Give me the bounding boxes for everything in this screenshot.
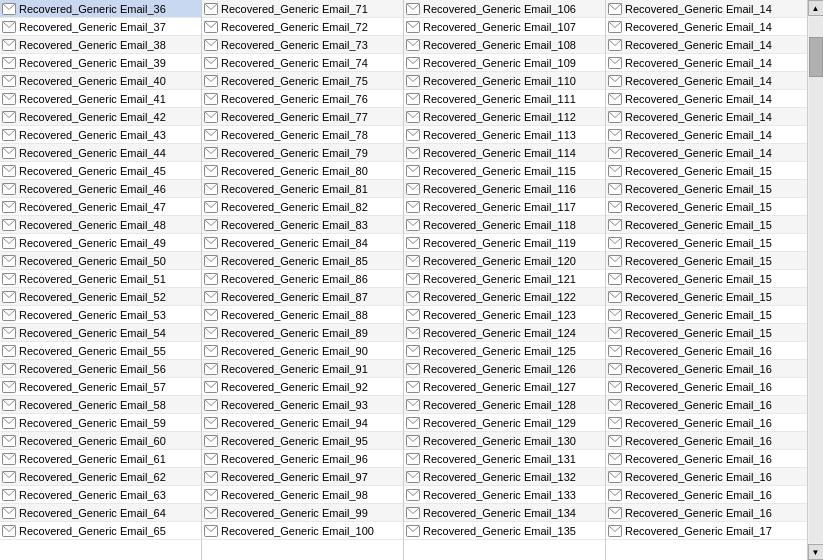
list-item[interactable]: Recovered_Generic Email_81: [202, 180, 403, 198]
list-item[interactable]: Recovered_Generic Email_14: [606, 72, 807, 90]
list-item[interactable]: Recovered_Generic Email_46: [0, 180, 201, 198]
list-item[interactable]: Recovered_Generic Email_93: [202, 396, 403, 414]
list-item[interactable]: Recovered_Generic Email_15: [606, 180, 807, 198]
list-item[interactable]: Recovered_Generic Email_97: [202, 468, 403, 486]
list-item[interactable]: Recovered_Generic Email_16: [606, 504, 807, 522]
list-item[interactable]: Recovered_Generic Email_15: [606, 216, 807, 234]
list-item[interactable]: Recovered_Generic Email_16: [606, 396, 807, 414]
list-item[interactable]: Recovered_Generic Email_39: [0, 54, 201, 72]
list-item[interactable]: Recovered_Generic Email_86: [202, 270, 403, 288]
list-item[interactable]: Recovered_Generic Email_14: [606, 36, 807, 54]
list-item[interactable]: Recovered_Generic Email_60: [0, 432, 201, 450]
list-item[interactable]: Recovered_Generic Email_80: [202, 162, 403, 180]
list-item[interactable]: Recovered_Generic Email_38: [0, 36, 201, 54]
list-item[interactable]: Recovered_Generic Email_55: [0, 342, 201, 360]
list-item[interactable]: Recovered_Generic Email_43: [0, 126, 201, 144]
list-item[interactable]: Recovered_Generic Email_98: [202, 486, 403, 504]
list-item[interactable]: Recovered_Generic Email_119: [404, 234, 605, 252]
list-item[interactable]: Recovered_Generic Email_50: [0, 252, 201, 270]
list-item[interactable]: Recovered_Generic Email_127: [404, 378, 605, 396]
list-item[interactable]: Recovered_Generic Email_124: [404, 324, 605, 342]
list-item[interactable]: Recovered_Generic Email_121: [404, 270, 605, 288]
list-item[interactable]: Recovered_Generic Email_115: [404, 162, 605, 180]
list-item[interactable]: Recovered_Generic Email_63: [0, 486, 201, 504]
scroll-down-button[interactable]: ▼: [808, 544, 824, 560]
list-item[interactable]: Recovered_Generic Email_16: [606, 450, 807, 468]
list-item[interactable]: Recovered_Generic Email_53: [0, 306, 201, 324]
list-item[interactable]: Recovered_Generic Email_41: [0, 90, 201, 108]
list-item[interactable]: Recovered_Generic Email_94: [202, 414, 403, 432]
list-item[interactable]: Recovered_Generic Email_15: [606, 270, 807, 288]
list-item[interactable]: Recovered_Generic Email_95: [202, 432, 403, 450]
list-item[interactable]: Recovered_Generic Email_135: [404, 522, 605, 540]
list-item[interactable]: Recovered_Generic Email_85: [202, 252, 403, 270]
list-item[interactable]: Recovered_Generic Email_15: [606, 198, 807, 216]
list-item[interactable]: Recovered_Generic Email_100: [202, 522, 403, 540]
list-item[interactable]: Recovered_Generic Email_37: [0, 18, 201, 36]
list-item[interactable]: Recovered_Generic Email_118: [404, 216, 605, 234]
list-item[interactable]: Recovered_Generic Email_129: [404, 414, 605, 432]
list-item[interactable]: Recovered_Generic Email_15: [606, 288, 807, 306]
list-item[interactable]: Recovered_Generic Email_14: [606, 144, 807, 162]
list-item[interactable]: Recovered_Generic Email_89: [202, 324, 403, 342]
list-item[interactable]: Recovered_Generic Email_73: [202, 36, 403, 54]
scrollbar[interactable]: ▲ ▼: [807, 0, 823, 560]
list-item[interactable]: Recovered_Generic Email_133: [404, 486, 605, 504]
list-item[interactable]: Recovered_Generic Email_107: [404, 18, 605, 36]
list-item[interactable]: Recovered_Generic Email_87: [202, 288, 403, 306]
list-item[interactable]: Recovered_Generic Email_49: [0, 234, 201, 252]
list-item[interactable]: Recovered_Generic Email_128: [404, 396, 605, 414]
list-item[interactable]: Recovered_Generic Email_90: [202, 342, 403, 360]
list-item[interactable]: Recovered_Generic Email_65: [0, 522, 201, 540]
list-item[interactable]: Recovered_Generic Email_132: [404, 468, 605, 486]
list-item[interactable]: Recovered_Generic Email_72: [202, 18, 403, 36]
list-item[interactable]: Recovered_Generic Email_84: [202, 234, 403, 252]
list-item[interactable]: Recovered_Generic Email_114: [404, 144, 605, 162]
list-item[interactable]: Recovered_Generic Email_16: [606, 468, 807, 486]
list-item[interactable]: Recovered_Generic Email_131: [404, 450, 605, 468]
list-item[interactable]: Recovered_Generic Email_14: [606, 108, 807, 126]
list-item[interactable]: Recovered_Generic Email_112: [404, 108, 605, 126]
list-item[interactable]: Recovered_Generic Email_116: [404, 180, 605, 198]
list-item[interactable]: Recovered_Generic Email_16: [606, 414, 807, 432]
list-item[interactable]: Recovered_Generic Email_130: [404, 432, 605, 450]
list-item[interactable]: Recovered_Generic Email_47: [0, 198, 201, 216]
list-item[interactable]: Recovered_Generic Email_14: [606, 126, 807, 144]
scrollbar-track[interactable]: [809, 17, 823, 543]
list-item[interactable]: Recovered_Generic Email_88: [202, 306, 403, 324]
list-item[interactable]: Recovered_Generic Email_99: [202, 504, 403, 522]
list-item[interactable]: Recovered_Generic Email_16: [606, 486, 807, 504]
list-item[interactable]: Recovered_Generic Email_48: [0, 216, 201, 234]
list-item[interactable]: Recovered_Generic Email_106: [404, 0, 605, 18]
list-item[interactable]: Recovered_Generic Email_96: [202, 450, 403, 468]
list-item[interactable]: Recovered_Generic Email_57: [0, 378, 201, 396]
list-item[interactable]: Recovered_Generic Email_122: [404, 288, 605, 306]
list-item[interactable]: Recovered_Generic Email_15: [606, 162, 807, 180]
list-item[interactable]: Recovered_Generic Email_120: [404, 252, 605, 270]
list-item[interactable]: Recovered_Generic Email_71: [202, 0, 403, 18]
list-item[interactable]: Recovered_Generic Email_16: [606, 378, 807, 396]
list-item[interactable]: Recovered_Generic Email_36: [0, 0, 201, 18]
list-item[interactable]: Recovered_Generic Email_58: [0, 396, 201, 414]
list-item[interactable]: Recovered_Generic Email_82: [202, 198, 403, 216]
list-item[interactable]: Recovered_Generic Email_14: [606, 18, 807, 36]
list-item[interactable]: Recovered_Generic Email_56: [0, 360, 201, 378]
list-item[interactable]: Recovered_Generic Email_16: [606, 342, 807, 360]
list-item[interactable]: Recovered_Generic Email_16: [606, 360, 807, 378]
list-item[interactable]: Recovered_Generic Email_44: [0, 144, 201, 162]
list-item[interactable]: Recovered_Generic Email_52: [0, 288, 201, 306]
list-item[interactable]: Recovered_Generic Email_79: [202, 144, 403, 162]
scroll-up-button[interactable]: ▲: [808, 0, 824, 16]
list-item[interactable]: Recovered_Generic Email_76: [202, 90, 403, 108]
list-item[interactable]: Recovered_Generic Email_75: [202, 72, 403, 90]
list-item[interactable]: Recovered_Generic Email_91: [202, 360, 403, 378]
list-item[interactable]: Recovered_Generic Email_110: [404, 72, 605, 90]
list-item[interactable]: Recovered_Generic Email_16: [606, 432, 807, 450]
list-item[interactable]: Recovered_Generic Email_108: [404, 36, 605, 54]
list-item[interactable]: Recovered_Generic Email_40: [0, 72, 201, 90]
list-item[interactable]: Recovered_Generic Email_117: [404, 198, 605, 216]
list-item[interactable]: Recovered_Generic Email_78: [202, 126, 403, 144]
list-item[interactable]: Recovered_Generic Email_62: [0, 468, 201, 486]
list-item[interactable]: Recovered_Generic Email_92: [202, 378, 403, 396]
list-item[interactable]: Recovered_Generic Email_74: [202, 54, 403, 72]
